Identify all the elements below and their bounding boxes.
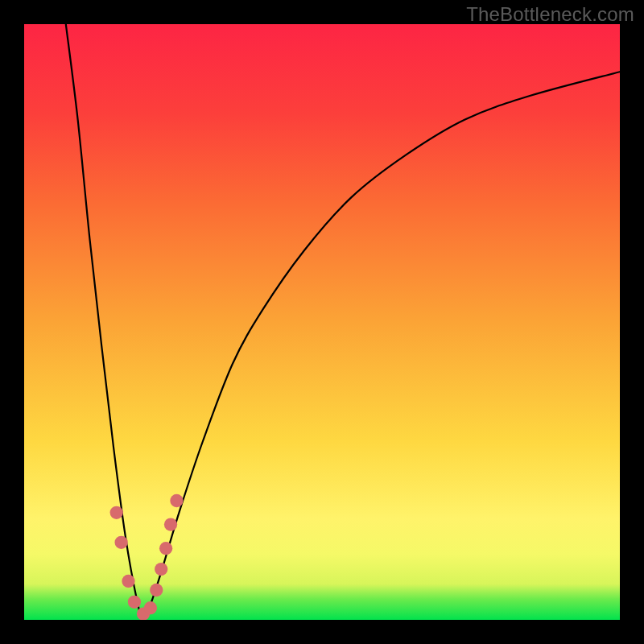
marker-dot [170, 494, 183, 507]
watermark-text: TheBottleneck.com [466, 3, 634, 26]
gradient-background [24, 24, 620, 620]
marker-dot [150, 584, 163, 597]
marker-dot [110, 506, 123, 519]
marker-dot [159, 542, 172, 555]
chart-frame: TheBottleneck.com [0, 0, 644, 644]
marker-dot [128, 596, 141, 609]
marker-dot [155, 563, 167, 576]
chart-svg [24, 24, 620, 620]
marker-dot [122, 575, 134, 588]
plot-area [24, 24, 620, 620]
marker-dot [144, 601, 157, 614]
marker-dot [164, 518, 177, 530]
marker-dot [114, 536, 127, 549]
